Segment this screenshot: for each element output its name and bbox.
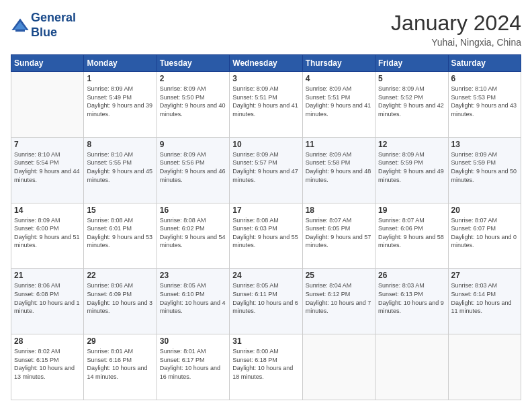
daylight-text: Daylight: 9 hours and 50 minutes. <box>451 167 518 184</box>
sunrise-text: Sunrise: 8:08 AM <box>232 216 299 225</box>
sunrise-text: Sunrise: 8:07 AM <box>306 216 372 225</box>
sunset-text: Sunset: 6:01 PM <box>87 224 153 233</box>
logo-icon <box>11 16 30 35</box>
day-number: 14 <box>14 205 81 215</box>
day-info: Sunrise: 8:09 AMSunset: 5:56 PMDaylight:… <box>160 150 226 184</box>
day-number: 30 <box>160 336 226 346</box>
day-info: Sunrise: 8:08 AMSunset: 6:01 PMDaylight:… <box>87 216 153 250</box>
daylight-text: Daylight: 9 hours and 44 minutes. <box>14 167 81 184</box>
weekday-header-monday: Monday <box>84 55 157 72</box>
daylight-text: Daylight: 9 hours and 49 minutes. <box>378 167 445 184</box>
day-info: Sunrise: 8:09 AMSunset: 5:49 PMDaylight:… <box>87 85 153 118</box>
daylight-text: Daylight: 9 hours and 47 minutes. <box>232 167 299 184</box>
sunrise-text: Sunrise: 8:09 AM <box>87 85 153 93</box>
week-row-2: 7Sunrise: 8:10 AMSunset: 5:54 PMDaylight… <box>11 137 521 203</box>
sunset-text: Sunset: 5:55 PM <box>87 158 153 167</box>
day-number: 17 <box>232 205 299 215</box>
day-number: 31 <box>232 336 299 346</box>
day-info: Sunrise: 8:09 AMSunset: 5:52 PMDaylight:… <box>378 85 445 118</box>
calendar-cell <box>448 334 521 400</box>
daylight-text: Daylight: 9 hours and 41 minutes. <box>232 101 299 118</box>
day-number: 26 <box>378 271 445 280</box>
calendar-cell: 23Sunrise: 8:05 AMSunset: 6:10 PMDayligh… <box>157 269 229 334</box>
calendar-cell: 14Sunrise: 8:09 AMSunset: 6:00 PMDayligh… <box>11 203 84 269</box>
sunset-text: Sunset: 6:03 PM <box>232 224 299 233</box>
daylight-text: Daylight: 9 hours and 57 minutes. <box>306 233 372 250</box>
daylight-text: Daylight: 9 hours and 53 minutes. <box>87 233 153 250</box>
sunset-text: Sunset: 5:50 PM <box>160 93 226 102</box>
day-number: 29 <box>87 336 153 346</box>
sunrise-text: Sunrise: 8:03 AM <box>451 281 518 290</box>
day-number: 25 <box>306 271 372 280</box>
sunset-text: Sunset: 5:57 PM <box>232 158 299 167</box>
day-info: Sunrise: 8:05 AMSunset: 6:10 PMDaylight:… <box>160 281 226 315</box>
sunset-text: Sunset: 6:02 PM <box>160 224 226 233</box>
calendar-cell: 31Sunrise: 8:00 AMSunset: 6:18 PMDayligh… <box>230 334 302 400</box>
calendar-cell: 1Sunrise: 8:09 AMSunset: 5:49 PMDaylight… <box>84 72 157 138</box>
calendar-cell: 19Sunrise: 8:07 AMSunset: 6:06 PMDayligh… <box>375 203 448 269</box>
daylight-text: Daylight: 10 hours and 11 minutes. <box>451 299 518 316</box>
day-info: Sunrise: 8:10 AMSunset: 5:53 PMDaylight:… <box>451 85 518 118</box>
calendar-cell: 2Sunrise: 8:09 AMSunset: 5:50 PMDaylight… <box>157 72 229 138</box>
day-info: Sunrise: 8:09 AMSunset: 5:50 PMDaylight:… <box>160 85 226 118</box>
weekday-header-friday: Friday <box>375 55 448 72</box>
day-number: 20 <box>451 205 518 215</box>
daylight-text: Daylight: 10 hours and 18 minutes. <box>232 364 299 381</box>
day-info: Sunrise: 8:04 AMSunset: 6:12 PMDaylight:… <box>306 281 372 315</box>
sunset-text: Sunset: 5:53 PM <box>451 93 518 102</box>
daylight-text: Daylight: 10 hours and 3 minutes. <box>87 299 153 316</box>
day-info: Sunrise: 8:06 AMSunset: 6:08 PMDaylight:… <box>14 281 81 315</box>
day-info: Sunrise: 8:10 AMSunset: 5:55 PMDaylight:… <box>87 150 153 184</box>
day-info: Sunrise: 8:09 AMSunset: 5:58 PMDaylight:… <box>306 150 372 184</box>
calendar-cell: 3Sunrise: 8:09 AMSunset: 5:51 PMDaylight… <box>230 72 302 138</box>
day-number: 2 <box>160 74 226 83</box>
day-number: 5 <box>378 74 445 83</box>
day-number: 11 <box>306 140 372 149</box>
week-row-5: 28Sunrise: 8:02 AMSunset: 6:15 PMDayligh… <box>11 334 521 400</box>
sunset-text: Sunset: 6:07 PM <box>451 224 518 233</box>
calendar-cell: 5Sunrise: 8:09 AMSunset: 5:52 PMDaylight… <box>375 72 448 138</box>
sunset-text: Sunset: 6:05 PM <box>306 224 372 233</box>
weekday-header-sunday: Sunday <box>11 55 84 72</box>
daylight-text: Daylight: 9 hours and 42 minutes. <box>378 101 445 118</box>
day-info: Sunrise: 8:08 AMSunset: 6:02 PMDaylight:… <box>160 216 226 250</box>
weekday-header-wednesday: Wednesday <box>230 55 302 72</box>
week-row-4: 21Sunrise: 8:06 AMSunset: 6:08 PMDayligh… <box>11 269 521 334</box>
sunrise-text: Sunrise: 8:08 AM <box>160 216 226 225</box>
calendar-cell: 26Sunrise: 8:03 AMSunset: 6:13 PMDayligh… <box>375 269 448 334</box>
day-info: Sunrise: 8:07 AMSunset: 6:05 PMDaylight:… <box>306 216 372 250</box>
day-info: Sunrise: 8:01 AMSunset: 6:16 PMDaylight:… <box>87 347 153 381</box>
calendar-cell: 21Sunrise: 8:06 AMSunset: 6:08 PMDayligh… <box>11 269 84 334</box>
daylight-text: Daylight: 9 hours and 51 minutes. <box>14 233 81 250</box>
logo: General Blue <box>11 11 76 40</box>
sunrise-text: Sunrise: 8:09 AM <box>306 150 372 159</box>
day-number: 12 <box>378 140 445 149</box>
calendar-cell: 6Sunrise: 8:10 AMSunset: 5:53 PMDaylight… <box>448 72 521 138</box>
calendar-cell: 27Sunrise: 8:03 AMSunset: 6:14 PMDayligh… <box>448 269 521 334</box>
day-info: Sunrise: 8:07 AMSunset: 6:06 PMDaylight:… <box>378 216 445 250</box>
calendar-cell: 15Sunrise: 8:08 AMSunset: 6:01 PMDayligh… <box>84 203 157 269</box>
week-row-3: 14Sunrise: 8:09 AMSunset: 6:00 PMDayligh… <box>11 203 521 269</box>
day-info: Sunrise: 8:03 AMSunset: 6:14 PMDaylight:… <box>451 281 518 315</box>
weekday-header-thursday: Thursday <box>302 55 375 72</box>
calendar-cell: 25Sunrise: 8:04 AMSunset: 6:12 PMDayligh… <box>302 269 375 334</box>
daylight-text: Daylight: 9 hours and 39 minutes. <box>87 101 153 118</box>
calendar-cell: 20Sunrise: 8:07 AMSunset: 6:07 PMDayligh… <box>448 203 521 269</box>
day-number: 8 <box>87 140 153 149</box>
header: General Blue January 2024 Yuhai, Ningxia… <box>11 11 521 48</box>
sunset-text: Sunset: 6:11 PM <box>232 290 299 299</box>
sunset-text: Sunset: 6:17 PM <box>160 356 226 365</box>
daylight-text: Daylight: 9 hours and 45 minutes. <box>87 167 153 184</box>
calendar-cell: 22Sunrise: 8:06 AMSunset: 6:09 PMDayligh… <box>84 269 157 334</box>
calendar-cell: 18Sunrise: 8:07 AMSunset: 6:05 PMDayligh… <box>302 203 375 269</box>
day-number: 28 <box>14 336 81 346</box>
sunrise-text: Sunrise: 8:09 AM <box>378 150 445 159</box>
daylight-text: Daylight: 9 hours and 48 minutes. <box>306 167 372 184</box>
sunrise-text: Sunrise: 8:09 AM <box>378 85 445 93</box>
sunrise-text: Sunrise: 8:06 AM <box>14 281 81 290</box>
sunrise-text: Sunrise: 8:10 AM <box>14 150 81 159</box>
sunset-text: Sunset: 5:52 PM <box>378 93 445 102</box>
calendar-header: SundayMondayTuesdayWednesdayThursdayFrid… <box>11 55 521 72</box>
day-info: Sunrise: 8:09 AMSunset: 5:51 PMDaylight:… <box>232 85 299 118</box>
logo-text: General Blue <box>31 11 76 40</box>
